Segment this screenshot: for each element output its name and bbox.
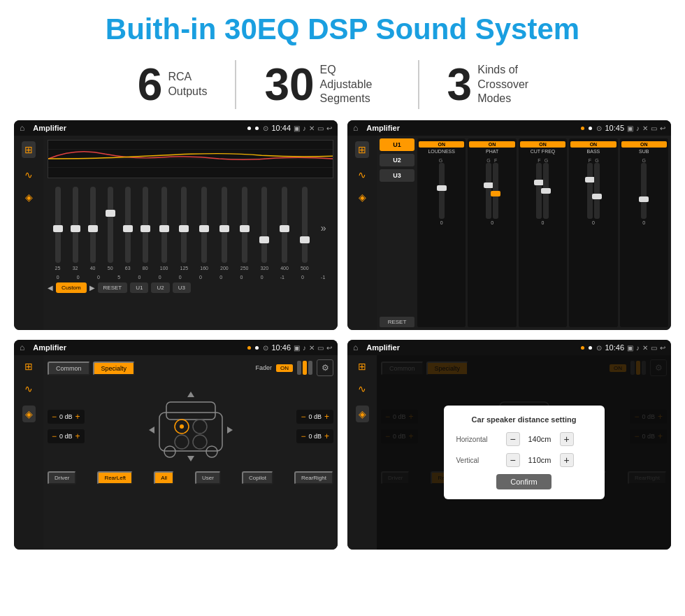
- vol-row-rr: − 0 dB +: [296, 429, 333, 443]
- horizontal-label: Horizontal: [456, 436, 502, 443]
- vol-rl-plus[interactable]: +: [75, 431, 80, 441]
- back-icon-3[interactable]: ↩: [326, 344, 332, 352]
- vertical-minus-btn[interactable]: −: [506, 453, 520, 467]
- time-3: 10:46: [271, 343, 291, 352]
- bottom-buttons: Driver RearLeft All User Copilot RearRig…: [48, 471, 333, 485]
- preset-u1[interactable]: U1: [380, 138, 414, 151]
- dot-7: [581, 346, 584, 350]
- sub-val: 0: [642, 220, 645, 225]
- u2-btn[interactable]: U2: [151, 282, 169, 293]
- vol-rr-plus[interactable]: +: [324, 431, 329, 441]
- back-icon-1[interactable]: ↩: [326, 124, 332, 132]
- status-bar-1: ⌂ Amplifier ⊙ 10:44 ▣ ♪ ✕ ▭ ↩: [14, 120, 338, 136]
- reset-btn-2[interactable]: RESET: [380, 317, 414, 327]
- screen4-body: ⊞ ∿ ◈ Common Specialty ON: [347, 355, 671, 550]
- prev-icon[interactable]: ◀: [48, 284, 53, 292]
- screen-crossover: ⌂ Amplifier ⊙ 10:46 ▣ ♪ ✕ ▭ ↩ ⊞ ∿ ◈: [14, 340, 338, 550]
- home-icon-4[interactable]: ⌂: [353, 343, 358, 352]
- wave-icon-2[interactable]: ∿: [358, 169, 366, 180]
- slider-125: 125: [180, 185, 189, 271]
- fader-label: Fader: [255, 364, 272, 371]
- eq-icon-4[interactable]: ⊞: [358, 361, 366, 372]
- dialog-title: Car speaker distance setting: [456, 415, 592, 424]
- wave-icon-4[interactable]: ∿: [358, 383, 366, 394]
- vol-fr-minus[interactable]: −: [301, 412, 305, 422]
- sub-on[interactable]: ON: [621, 141, 667, 148]
- bass-label: BASS: [587, 149, 600, 154]
- speaker-icon-1[interactable]: ◈: [25, 192, 33, 203]
- all-btn[interactable]: All: [154, 471, 174, 485]
- home-icon-2[interactable]: ⌂: [353, 123, 358, 133]
- vol-fl-plus[interactable]: +: [75, 412, 80, 422]
- close-icon-3: ✕: [309, 344, 315, 352]
- volume-icon-4: ♪: [636, 344, 640, 352]
- vertical-plus-btn[interactable]: +: [560, 453, 574, 467]
- svg-point-9: [180, 424, 184, 429]
- settings-icon[interactable]: ⚙: [317, 359, 333, 376]
- status-icons-2: ⊙ 10:45 ▣ ♪ ✕ ▭ ↩: [596, 124, 665, 132]
- user-btn[interactable]: User: [195, 471, 221, 485]
- driver-btn[interactable]: Driver: [48, 471, 76, 485]
- vol-rl-minus[interactable]: −: [52, 431, 57, 441]
- bass-on[interactable]: ON: [570, 141, 616, 148]
- screen2-body: ⊞ ∿ ◈ U1 U2 U3 RESET ON LOUDNESS: [347, 136, 671, 330]
- stat-eq: 30 EQ AdjustableSegments: [236, 62, 417, 107]
- slider-63: 63: [125, 185, 131, 271]
- sub-label: SUB: [639, 149, 649, 154]
- horizontal-plus-btn[interactable]: +: [560, 432, 574, 446]
- vol-fr-plus[interactable]: +: [324, 412, 329, 422]
- tab-common[interactable]: Common: [48, 361, 90, 375]
- cross-content: Common Specialty Fader ON ⚙: [43, 355, 338, 550]
- cutfreq-on[interactable]: ON: [520, 141, 565, 148]
- back-icon-4[interactable]: ↩: [660, 344, 665, 352]
- phat-label: PHAT: [486, 149, 498, 154]
- fader-on-btn[interactable]: ON: [276, 364, 293, 372]
- preset-u3[interactable]: U3: [380, 169, 414, 182]
- slider-320: 320: [260, 185, 268, 271]
- cutfreq-label: CUT FREQ: [531, 149, 556, 154]
- sidebar-1: ⊞ ∿ ◈: [14, 136, 43, 330]
- status-icons-4: ⊙ 10:46 ▣ ♪ ✕ ▭ ↩: [596, 343, 665, 352]
- vol-rr-minus[interactable]: −: [301, 431, 305, 441]
- stat-rca: 6 RCAOutputs: [110, 62, 236, 107]
- home-icon-3[interactable]: ⌂: [20, 343, 24, 352]
- bass-val: 0: [592, 220, 595, 225]
- more-icon[interactable]: »: [321, 222, 326, 234]
- confirm-button[interactable]: Confirm: [496, 474, 551, 489]
- tab-specialty[interactable]: Specialty: [93, 361, 136, 375]
- location-icon-2: ⊙: [596, 124, 602, 132]
- speaker-icon-4[interactable]: ◈: [356, 406, 369, 422]
- u3-btn[interactable]: U3: [173, 282, 191, 293]
- screen1-body: ⊞ ∿ ◈: [14, 136, 338, 330]
- back-icon-2[interactable]: ↩: [660, 124, 665, 132]
- window-icon-4: ▭: [651, 344, 657, 352]
- preset-u2[interactable]: U2: [380, 154, 414, 166]
- horizontal-minus-btn[interactable]: −: [506, 432, 520, 446]
- wave-icon-3[interactable]: ∿: [24, 383, 33, 394]
- status-bar-3: ⌂ Amplifier ⊙ 10:46 ▣ ♪ ✕ ▭ ↩: [14, 340, 338, 355]
- dialog-overlay: Car speaker distance setting Horizontal …: [377, 355, 671, 550]
- stat-crossover-label: Kinds ofCrossover Modes: [477, 63, 547, 106]
- wave-icon-1[interactable]: ∿: [24, 169, 33, 180]
- screen-channels: ⌂ Amplifier ⊙ 10:45 ▣ ♪ ✕ ▭ ↩ ⊞ ∿ ◈: [347, 120, 671, 330]
- home-icon-1[interactable]: ⌂: [20, 123, 24, 133]
- copilot-btn[interactable]: Copilot: [242, 471, 273, 485]
- screen-eq: ⌂ Amplifier ⊙ 10:44 ▣ ♪ ✕ ▭ ↩ ⊞ ∿ ◈: [14, 120, 338, 330]
- slider-80: 80: [143, 185, 148, 271]
- phat-on[interactable]: ON: [469, 141, 514, 148]
- speaker-icon-2[interactable]: ◈: [359, 192, 366, 203]
- distance-dialog: Car speaker distance setting Horizontal …: [444, 406, 605, 499]
- loudness-on[interactable]: ON: [419, 141, 464, 148]
- eq-icon-1[interactable]: ⊞: [22, 141, 36, 158]
- u1-btn[interactable]: U1: [130, 282, 148, 293]
- eq-icon-3[interactable]: ⊞: [24, 361, 33, 372]
- speaker-icon-3[interactable]: ◈: [22, 406, 36, 422]
- reset-btn[interactable]: RESET: [98, 282, 128, 293]
- next-icon[interactable]: ▶: [89, 284, 95, 292]
- stat-eq-label: EQ AdjustableSegments: [320, 63, 390, 106]
- custom-preset-btn[interactable]: Custom: [56, 282, 87, 293]
- eq-icon-2[interactable]: ⊞: [355, 141, 369, 158]
- vol-fl-minus[interactable]: −: [52, 412, 57, 422]
- rearleft-btn[interactable]: RearLeft: [97, 471, 133, 485]
- rearright-btn[interactable]: RearRight: [294, 471, 333, 485]
